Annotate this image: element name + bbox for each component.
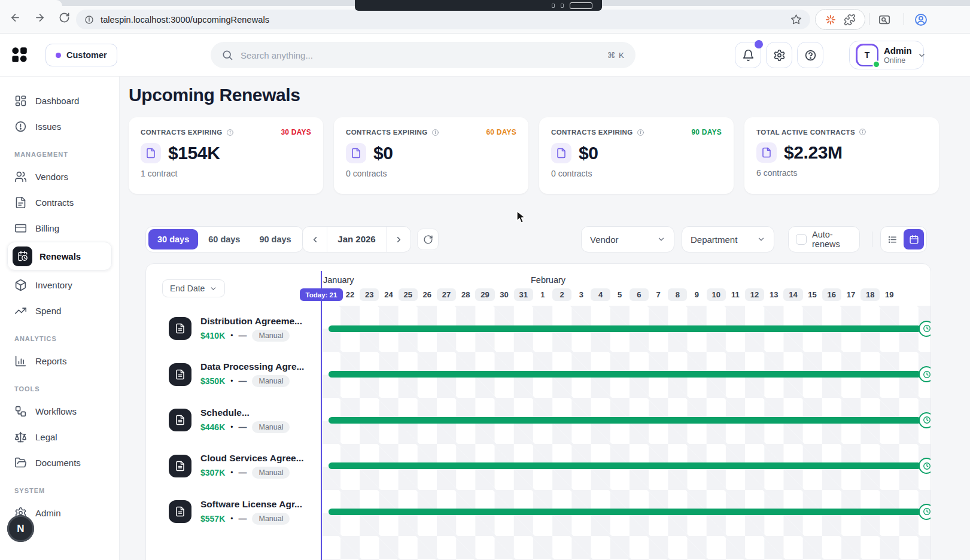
gear-icon (773, 49, 786, 62)
sidebar-section-label: MANAGEMENT (14, 151, 105, 158)
sidebar-item-workflows[interactable]: Workflows (7, 399, 112, 424)
prev-month-button[interactable] (303, 227, 327, 252)
browser-active-tab[interactable] (0, 0, 62, 6)
sidebar-item-renewals[interactable]: Renewals (7, 242, 112, 270)
sort-by-label: End Date (170, 284, 205, 293)
stat-card: CONTRACTS EXPIRING60 DAYS$00 contracts (334, 117, 528, 194)
auto-renews-filter[interactable]: Auto-renews (788, 226, 860, 252)
date-cell: 31 (514, 288, 533, 301)
sidebar-item-issues[interactable]: Issues (7, 114, 112, 139)
notifications-button[interactable] (735, 42, 761, 68)
renewal-type-badge: Manual (252, 467, 290, 479)
url-bar[interactable]: talespin.localhost:3000/upcomingRenewals (76, 10, 810, 29)
calendar-view-button[interactable] (904, 229, 924, 249)
help-button[interactable] (797, 42, 823, 68)
sort-by-dropdown[interactable]: End Date (162, 279, 225, 297)
extensions-pill[interactable] (815, 9, 865, 30)
timeline-bar[interactable] (329, 462, 921, 469)
contract-row[interactable]: Schedule...$446K•—Manual (169, 399, 290, 441)
user-menu[interactable]: T Admin Online (849, 41, 924, 69)
month-label[interactable]: Jan 2026 (327, 227, 387, 252)
date-cell: 29 (475, 288, 494, 301)
info-icon[interactable] (637, 129, 644, 136)
url-text[interactable]: talespin.localhost:3000/upcomingRenewals (101, 15, 784, 25)
stat-card-body: $0 (551, 143, 722, 163)
info-icon[interactable] (226, 129, 234, 136)
sidebar-item-billing[interactable]: Billing (7, 216, 112, 241)
browser-profile-icon[interactable] (914, 13, 928, 27)
hud-button[interactable] (570, 2, 592, 9)
timeline-grid (321, 306, 931, 560)
date-cell: 28 (456, 288, 475, 301)
meta-dot-icon: • (230, 515, 233, 523)
contract-meta: $350K•—Manual (200, 375, 304, 387)
timeline-bar[interactable] (329, 325, 921, 332)
tab-search-icon[interactable] (878, 13, 891, 26)
stat-card-body: $154K (141, 143, 311, 163)
range-button-30-days[interactable]: 30 days (148, 229, 198, 249)
contract-row[interactable]: Data Processing Agre...$350K•—Manual (169, 354, 304, 395)
stat-card-subtext: 1 contract (141, 169, 311, 178)
date-cell: 15 (803, 288, 822, 301)
info-icon[interactable] (431, 129, 439, 136)
sidebar-item-documents[interactable]: Documents (7, 451, 112, 475)
range-button-90-days[interactable]: 90 days (250, 229, 300, 249)
contract-doc-icon (169, 317, 191, 340)
list-view-button[interactable] (883, 229, 902, 249)
today-marker-line (321, 271, 322, 560)
timeline-bar[interactable] (329, 509, 921, 515)
department-filter-dropdown[interactable]: Department (682, 226, 774, 252)
info-icon[interactable] (859, 128, 866, 136)
sidebar-avatar[interactable]: N (7, 515, 34, 542)
sidebar: DashboardIssuesMANAGEMENTVendorsContract… (0, 77, 120, 560)
contract-file-icon (551, 143, 571, 163)
sidebar-item-reports[interactable]: Reports (7, 349, 112, 373)
forward-icon[interactable] (34, 12, 45, 23)
sidebar-item-label: Admin (35, 508, 61, 518)
chevron-down-icon (209, 285, 217, 293)
bookmark-star-icon[interactable] (790, 14, 802, 25)
global-search[interactable]: ⌘ K (211, 42, 635, 68)
renewal-end-marker[interactable] (919, 366, 931, 382)
date-cell: 1 (533, 288, 552, 301)
chevron-down-icon (757, 235, 765, 244)
sidebar-item-legal[interactable]: Legal (7, 425, 112, 449)
sidebar-item-vendors[interactable]: Vendors (7, 165, 112, 189)
starburst-extension-icon[interactable] (825, 14, 837, 26)
next-month-button[interactable] (387, 227, 410, 252)
contract-row[interactable]: Distribution Agreeme...$410K•—Manual (169, 308, 302, 349)
sidebar-item-dashboard[interactable]: Dashboard (7, 89, 112, 113)
auto-renews-label: Auto-renews (812, 230, 852, 249)
renewal-end-marker[interactable] (919, 504, 931, 520)
contract-doc-icon (169, 363, 191, 386)
timeline-bar[interactable] (329, 371, 921, 378)
contract-meta: $410K•—Manual (200, 330, 302, 342)
vendor-filter-dropdown[interactable]: Vendor (581, 226, 674, 252)
meta-dash-icon: — (238, 514, 247, 524)
contract-value: $557K (200, 514, 225, 524)
contract-row[interactable]: Software License Agr...$557K•—Manual (169, 491, 302, 532)
sidebar-item-inventory[interactable]: Inventory (7, 273, 112, 297)
stat-card-header: CONTRACTS EXPIRING60 DAYS (346, 128, 516, 136)
sidebar-section-label: ANALYTICS (14, 335, 105, 342)
site-info-icon[interactable] (84, 15, 94, 25)
puzzle-extensions-icon[interactable] (844, 14, 856, 26)
search-input[interactable] (241, 50, 600, 60)
inventory-icon (14, 279, 27, 291)
auto-renews-checkbox[interactable] (796, 234, 807, 245)
app-logo-icon[interactable] (10, 45, 29, 64)
back-icon[interactable] (10, 12, 21, 23)
settings-button[interactable] (766, 42, 792, 68)
renewal-end-marker[interactable] (919, 321, 931, 337)
date-cell: 27 (437, 288, 456, 301)
reload-icon[interactable] (59, 12, 70, 23)
workspace-selector[interactable]: Customer (45, 44, 117, 66)
meta-dot-icon: • (230, 423, 233, 431)
sidebar-item-spend[interactable]: Spend (7, 299, 112, 323)
refresh-button[interactable] (417, 229, 439, 250)
contract-row[interactable]: Cloud Services Agree...$307K•—Manual (169, 445, 304, 487)
timeline-bar[interactable] (329, 417, 921, 424)
range-button-60-days[interactable]: 60 days (199, 229, 249, 249)
renewal-end-marker[interactable] (919, 412, 931, 428)
sidebar-item-contracts[interactable]: Contracts (7, 190, 112, 215)
